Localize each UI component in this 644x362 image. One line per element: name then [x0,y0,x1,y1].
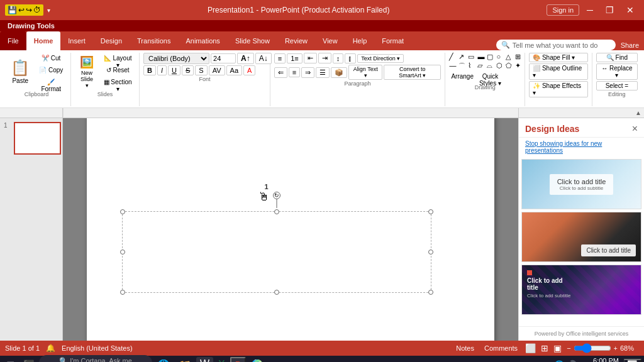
resize-handle-bm[interactable] [274,290,279,295]
font-color-button[interactable]: A [243,65,255,75]
tab-file[interactable]: File [0,31,26,50]
select-button[interactable]: Select = [596,81,638,90]
show-desktop-button[interactable]: ⬜ [624,359,641,363]
find-button[interactable]: 🔍 Find [596,53,638,62]
zoom-out-icon[interactable]: − [567,344,570,352]
design-panel-close-button[interactable]: × [632,123,638,134]
minimize-button[interactable]: ─ [582,4,598,16]
smart-art-button[interactable]: Convert to SmartArt ▾ [384,65,441,80]
new-slide-button[interactable]: 🖼️ NewSlide ▾ [75,55,99,89]
tab-review[interactable]: Review [277,31,315,50]
text-box-selected[interactable]: ↻ 1 🖱 [122,211,431,293]
taskbar-clock[interactable]: 6:00 PM 11/17/2020 [580,357,623,362]
quick-styles-button[interactable]: QuickStyles ▾ [477,72,503,84]
collapse-ribbon-button[interactable]: ▲ [635,108,641,118]
font-size-input[interactable] [211,53,236,63]
shape-outline-button[interactable]: ⬜ Shape Outline ▾ [529,63,588,80]
rotate-handle[interactable]: ↻ [273,192,280,199]
undo-icon[interactable]: ↩ [18,6,25,14]
text-cursor[interactable]: 🖱 [258,190,270,204]
bold-button[interactable]: B [143,65,156,75]
align-right-button[interactable]: ⇒ [301,67,314,78]
slide-canvas[interactable]: ↻ 1 🖱 [87,118,494,341]
cut-button[interactable]: ✂️ Cut [35,54,67,65]
columns-button[interactable]: ⫿ [345,53,356,63]
close-button[interactable]: ✕ [621,4,639,16]
change-fonts-button[interactable]: Aa [226,65,242,75]
resize-handle-ml[interactable] [120,250,125,255]
bullets-button[interactable]: ≡ [274,53,286,63]
reset-button[interactable]: ↺ Reset [100,66,135,77]
align-center-button[interactable]: ≡ [289,67,300,77]
resize-handle-br[interactable] [428,290,433,295]
zoom-level[interactable]: 68% [620,344,639,352]
taskbar-excel-icon[interactable]: X [214,357,229,362]
tab-animations[interactable]: Animations [178,31,227,50]
tab-design[interactable]: Design [93,31,130,50]
format-painter-button[interactable]: 🖌️ Format [35,78,67,89]
volume-icon[interactable]: 🔊 [567,360,577,363]
increase-indent-button[interactable]: ⇥ [318,53,331,63]
shape-freeform[interactable]: ⌇ [468,62,477,71]
text-direction-button[interactable]: Text Direction ▾ [357,54,404,63]
numbering-button[interactable]: 1≡ [287,53,303,63]
shape-line[interactable]: ╱ [449,53,458,61]
decrease-indent-button[interactable]: ⇤ [304,53,317,63]
accessibility-icon[interactable]: 🔔 [46,344,55,353]
shape-arrow[interactable]: ↗ [458,53,467,61]
resize-handle-mr[interactable] [428,250,433,255]
tab-home[interactable]: Home [26,31,61,50]
task-view-button[interactable]: ⬛ [19,357,38,362]
align-text-button[interactable]: Align Text ▾ [348,65,382,80]
shape-rect[interactable]: ▭ [468,53,477,61]
line-spacing-button[interactable]: ↕ [333,53,344,63]
shape-round-rect[interactable]: ▢ [487,53,496,61]
shape-tri[interactable]: △ [506,53,514,61]
share-button[interactable]: Share [621,41,639,49]
copy-button[interactable]: 📄 Copy [35,66,67,77]
shape-para[interactable]: ▱ [477,62,486,71]
view-grid-icon[interactable]: ⊞ [541,343,548,353]
paste-button[interactable]: 📋 Paste [6,55,34,89]
slide-1-thumbnail[interactable] [14,122,61,155]
comments-button[interactable]: Comments [482,344,520,353]
arrange-button[interactable]: Arrange [449,72,475,84]
taskbar-word-icon[interactable]: W [196,357,213,362]
taskbar-chrome-icon[interactable]: 🌐 [153,357,174,362]
save-icon[interactable]: 💾 [8,6,17,14]
text-box-button[interactable]: 📦 [331,67,347,78]
char-spacing-button[interactable]: AV [209,65,225,75]
zoom-slider[interactable] [574,343,611,353]
resize-handle-tr[interactable] [428,209,433,214]
timer-icon[interactable]: ⏱ [33,6,41,14]
network-icon[interactable]: 🌐 [554,360,564,363]
view-normal-icon[interactable]: ⬜ [525,343,536,353]
strikethrough-button[interactable]: S [182,65,194,75]
design-item-2[interactable]: Click to add title [521,212,641,262]
sign-in-button[interactable]: Sign in [547,4,579,16]
restore-button[interactable]: ❐ [601,4,619,16]
shape-more[interactable]: ⊞ [515,53,524,61]
notes-button[interactable]: Notes [453,344,477,353]
replace-button[interactable]: ↔ Replace ▾ [596,63,638,80]
shape-trap[interactable]: ⌓ [487,62,496,71]
italic-button[interactable]: I [157,65,167,75]
section-button[interactable]: ▦ Section ▾ [100,78,135,89]
resize-handle-tm[interactable] [274,209,279,214]
tab-help[interactable]: Help [345,31,375,50]
resize-handle-tl[interactable] [120,209,125,214]
shape-effects-button[interactable]: ✨ Shape Effects ▾ [529,81,588,97]
shape-hex[interactable]: ⬡ [496,62,505,71]
cortana-button[interactable]: 🔍 I'm Cortana. Ask me anything. [39,355,152,363]
shape-pent[interactable]: ⬠ [506,62,514,71]
justify-button[interactable]: ☰ [316,67,330,78]
start-button[interactable]: ⊞ [3,357,18,362]
tab-insert[interactable]: Insert [60,31,93,50]
shape-rect2[interactable]: ▬ [477,53,486,61]
redo-icon[interactable]: ↪ [26,6,32,14]
shape-curved[interactable]: ⌒ [458,62,467,71]
shape-fill-button[interactable]: 🎨 Shape Fill ▾ [529,53,588,62]
design-item-3[interactable]: Click to addtitle Click to add subtitle [521,265,641,315]
shape-line2[interactable]: — [449,62,458,71]
font-family-select[interactable]: Calibri (Body) [143,53,209,64]
